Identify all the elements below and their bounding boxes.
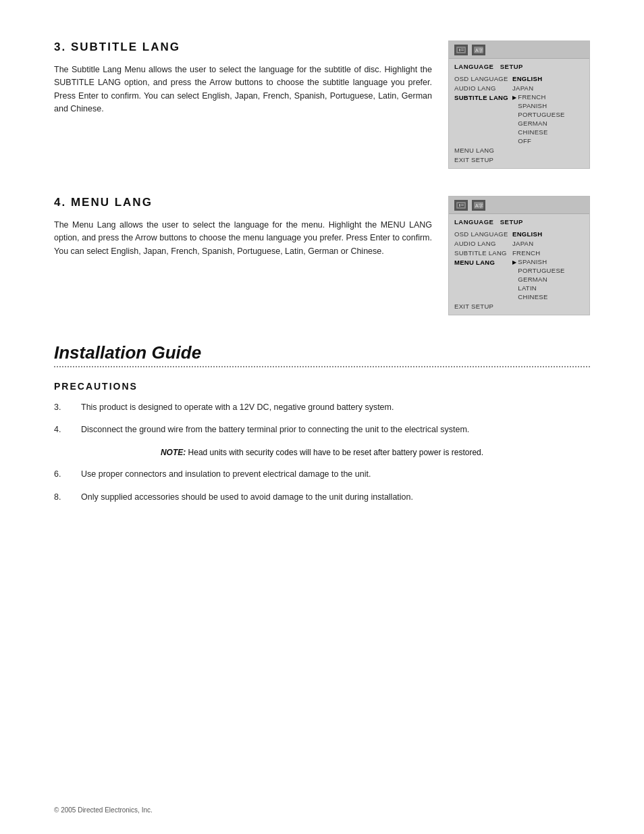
svg-rect-3 <box>461 49 464 49</box>
osd-2-label-menu: MENU LANG <box>454 259 510 266</box>
osd-2-sub-latin: LATIN <box>518 284 564 292</box>
osd-2-row-exit: EXIT SETUP <box>454 301 584 311</box>
section-3-title: SUBTITLE LANG <box>71 41 180 53</box>
section-3-heading: 3. SUBTITLE LANG <box>54 41 432 54</box>
osd-1-arrow-subtitle: ▶ <box>512 95 516 101</box>
precaution-item-8: 8. Only supplied accessories should be u… <box>54 491 590 504</box>
precautions-heading: PRECAUTIONS <box>54 381 590 392</box>
section-4-row: 4. MENU LANG The Menu Lang allows the us… <box>54 196 590 315</box>
osd-2-label-subtitle: SUBTITLE LANG <box>454 249 510 257</box>
osd-1-value-audio: JAPAN <box>512 84 533 92</box>
osd-2-sub-spanish: SPANISH <box>518 257 564 266</box>
osd-1-header: A字 <box>449 41 589 59</box>
osd-2-row-audio: AUDIO LANG JAPAN <box>454 238 584 248</box>
osd-1-sub-chinese: CHINESE <box>518 128 564 136</box>
precaution-num-4: 4. <box>54 423 68 436</box>
dvd-icon-2 <box>454 200 468 211</box>
osd-2-value-osd: ENGLISH <box>512 230 542 238</box>
dvd-icon <box>454 45 468 55</box>
osd-screenshot-1: A字 LANGUAGE SETUP OSD LANGUAGE ENGLISH A… <box>448 41 590 169</box>
installation-section: Installation Guide PRECAUTIONS 3. This p… <box>54 342 590 504</box>
svg-rect-9 <box>459 204 460 207</box>
osd-2-row-osd: OSD LANGUAGE ENGLISH <box>454 229 584 238</box>
osd-2-sub-german: GERMAN <box>518 275 564 284</box>
svg-text:A字: A字 <box>475 48 483 53</box>
osd-1-label-subtitle: SUBTITLE LANG <box>454 94 510 101</box>
osd-1-label-audio: AUDIO LANG <box>454 84 510 92</box>
section-4-body: The Menu Lang allows the user to select … <box>54 219 432 258</box>
footer: © 2005 Directed Electronics, Inc. <box>54 806 153 814</box>
osd-2-label-audio: AUDIO LANG <box>454 240 510 247</box>
precaution-text-3: This product is designed to operate with… <box>81 401 394 414</box>
svg-rect-11 <box>461 205 464 206</box>
osd-1-sub-german: GERMAN <box>518 119 564 128</box>
precaution-num-3: 3. <box>54 401 68 414</box>
osd-2-title: LANGUAGE SETUP <box>454 218 584 226</box>
precaution-num-6: 6. <box>54 468 68 481</box>
svg-rect-2 <box>459 49 460 51</box>
osd-1-row-subtitle: SUBTITLE LANG ▶ <box>454 93 518 102</box>
osd-1-submenu: FRENCH SPANISH PORTUGUESE GERMAN CHINESE… <box>518 93 564 145</box>
osd-2-label-exit: EXIT SETUP <box>454 303 510 310</box>
section-3-row: 3. SUBTITLE LANG The Subtitle Lang Menu … <box>54 41 590 169</box>
osd-1-row-menu: MENU LANG <box>454 145 584 155</box>
note-text: Head units with security codes will have… <box>188 448 484 457</box>
osd-1-sub-spanish: SPANISH <box>518 101 564 110</box>
svg-rect-4 <box>461 50 464 51</box>
osd-1-row-osd: OSD LANGUAGE ENGLISH <box>454 74 584 83</box>
osd-2-submenu: SPANISH PORTUGUESE GERMAN LATIN CHINESE <box>518 257 564 301</box>
osd-2-arrow-menu: ▶ <box>512 259 516 265</box>
osd-1-sub-french: FRENCH <box>518 93 564 101</box>
precaution-text-8: Only supplied accessories should be used… <box>81 491 413 504</box>
svg-text:A字: A字 <box>475 203 483 208</box>
precaution-text-4: Disconnect the ground wire from the batt… <box>81 423 469 436</box>
section-4-text: 4. MENU LANG The Menu Lang allows the us… <box>54 196 432 258</box>
section-3-text: 3. SUBTITLE LANG The Subtitle Lang Menu … <box>54 41 432 116</box>
precaution-text-6: Use proper connectors and insulation to … <box>81 468 371 481</box>
osd-1-row-audio: AUDIO LANG JAPAN <box>454 83 584 93</box>
section-4-heading: 4. MENU LANG <box>54 196 432 209</box>
dotted-divider <box>54 366 590 367</box>
osd-1-title: LANGUAGE SETUP <box>454 63 584 70</box>
section-3-number: 3. <box>54 41 66 53</box>
precaution-item-6: 6. Use proper connectors and insulation … <box>54 468 590 481</box>
osd-1-sub-off: OFF <box>518 136 564 145</box>
osd-2-value-audio: JAPAN <box>512 240 533 247</box>
language-icon-2: A字 <box>472 200 485 211</box>
osd-2-menu-row-wrapper: MENU LANG ▶ SPANISH PORTUGUESE GERMAN LA… <box>454 257 584 301</box>
osd-2-value-subtitle: FRENCH <box>512 249 540 257</box>
osd-2-body: LANGUAGE SETUP OSD LANGUAGE ENGLISH AUDI… <box>449 214 589 315</box>
precaution-num-8: 8. <box>54 491 68 504</box>
osd-2-row-subtitle: SUBTITLE LANG FRENCH <box>454 248 584 257</box>
osd-1-value-osd: ENGLISH <box>512 75 542 82</box>
osd-1-body: LANGUAGE SETUP OSD LANGUAGE ENGLISH AUDI… <box>449 59 589 168</box>
svg-rect-10 <box>461 204 464 205</box>
osd-1-sub-portuguese: PORTUGUESE <box>518 110 564 119</box>
section-3-body: The Subtitle Lang Menu allows the user t… <box>54 63 432 116</box>
section-4-number: 4. <box>54 196 66 209</box>
osd-2-label-osd: OSD LANGUAGE <box>454 230 510 238</box>
osd-1-subtitle-row-wrapper: SUBTITLE LANG ▶ FRENCH SPANISH PORTUGUES… <box>454 93 584 145</box>
installation-heading: Installation Guide <box>54 342 590 363</box>
osd-1-label-exit: EXIT SETUP <box>454 156 510 163</box>
osd-1-label-menu: MENU LANG <box>454 147 510 154</box>
osd-1-row-exit: EXIT SETUP <box>454 155 584 164</box>
section-4-title: MENU LANG <box>71 196 153 209</box>
footer-text: © 2005 Directed Electronics, Inc. <box>54 806 153 814</box>
osd-1-label-osd: OSD LANGUAGE <box>454 75 510 82</box>
osd-2-sub-portuguese: PORTUGUESE <box>518 266 564 275</box>
note-block: NOTE: Head units with security codes wil… <box>95 446 549 459</box>
language-icon-1: A字 <box>472 45 485 55</box>
note-label: NOTE: <box>161 448 186 457</box>
osd-screenshot-2: A字 LANGUAGE SETUP OSD LANGUAGE ENGLISH A… <box>448 196 590 315</box>
precaution-item-4: 4. Disconnect the ground wire from the b… <box>54 423 590 436</box>
osd-2-header: A字 <box>449 197 589 214</box>
precaution-item-3: 3. This product is designed to operate w… <box>54 401 590 414</box>
osd-2-sub-chinese: CHINESE <box>518 292 564 301</box>
osd-2-row-menu: MENU LANG ▶ <box>454 257 518 267</box>
